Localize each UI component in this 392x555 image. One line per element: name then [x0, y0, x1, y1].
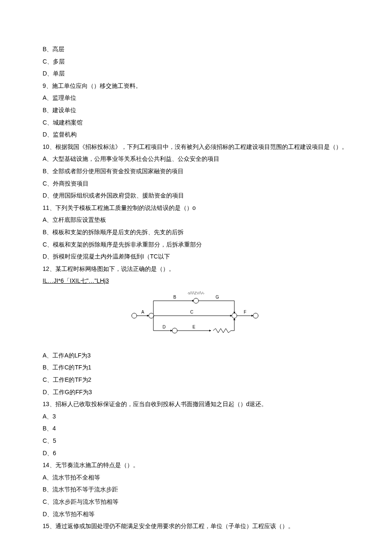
network-diagram: ·s/\/\ZV/\A· B G A C F: [128, 290, 264, 341]
document-page: B、高层C、多层D、单层9、施工单位应向（）移交施工资料。A、监理单位B、建设单…: [0, 0, 392, 550]
text-line: B、工作C的TF为1: [43, 362, 349, 373]
text-line: 12、某工程时标网络图如下，说法正确的是（）。: [43, 263, 349, 275]
text-line: D、6: [43, 447, 349, 459]
text-line: C、模板和支架的拆除顺序是先拆非承重部分，后拆承重部分: [43, 239, 349, 250]
text-line: C、5: [43, 435, 349, 447]
text-line: B、全部或者部分使用国有资金投资或国家融资的项目: [43, 166, 349, 177]
text-line: 14、无节奏流水施工的特点是（）。: [43, 459, 349, 471]
svg-point-11: [253, 313, 258, 318]
text-line: 13、招标人已收取投标保证金的，应当自收到投标人书面撤回通知之日起（）d退还。: [43, 398, 349, 410]
text-line: D、单层: [43, 68, 349, 79]
svg-point-5: [132, 313, 137, 318]
svg-point-7: [149, 313, 154, 318]
label-a: A: [141, 310, 144, 314]
text-line: B、4: [43, 423, 349, 434]
label-g: G: [216, 295, 219, 299]
text-line: 15、通过返修或加固处理仍不能满足安全使用要求的分部工程，单位（子单位）工程应该…: [43, 520, 349, 532]
text-line: D、监督机构: [43, 129, 349, 140]
text-line: 9、施工单位应向（）移交施工资料。: [43, 80, 349, 92]
text-line: A、大型基础设施，公用事业等关系社会公共利益、公众安全的项目: [43, 153, 349, 165]
text-line: B、流水节拍不等于流水步距: [43, 484, 349, 495]
text-line: D、拆模时应使混凝土内外温差降低到I（TC以下: [43, 251, 349, 262]
text-line: B、高层: [43, 44, 349, 55]
text-line: B、建设单位: [43, 105, 349, 116]
label-d: D: [162, 325, 165, 329]
text-line: A、流水节拍不全相等: [43, 472, 349, 483]
text-line: C、城建档案馆: [43, 117, 349, 128]
text-line: C、工作E的TF为2: [43, 374, 349, 386]
diagram-caption: ·s/\/\ZV/\A·: [187, 291, 205, 295]
text-line: 11、下列关于模板工程施工质量控制的说法错误的是（）o: [43, 202, 349, 214]
label-f: F: [244, 310, 246, 314]
text-line: A、工作A的LF为3: [43, 350, 349, 361]
label-e: E: [193, 325, 196, 329]
underline-text: IL…JI*6「IXIL七"…"LHj3: [43, 275, 349, 287]
text-line: D、使用国际组织或者外国政府贷款、援助资金的项目: [43, 190, 349, 201]
text-block-1: B、高层C、多层D、单层9、施工单位应向（）移交施工资料。A、监理单位B、建设单…: [43, 44, 349, 274]
text-block-2: A、工作A的LF为3B、工作C的TF为1C、工作E的TF为2D、工作G的FF为3…: [43, 350, 349, 532]
label-c: C: [190, 310, 193, 314]
text-line: B、模板和支架的拆除顺序是后支的先拆、先支的后拆: [43, 227, 349, 238]
label-b: B: [173, 295, 176, 299]
text-line: D、流水节拍不相等: [43, 509, 349, 520]
text-line: 10、根据我国《招标投标法》，下列工程项目中，没有被列入必须招标的工程建设项目范…: [43, 141, 349, 153]
text-line: C、流水步距与流水节拍相等: [43, 496, 349, 508]
text-line: C、外商投资项目: [43, 178, 349, 189]
svg-point-2: [193, 298, 199, 303]
text-line: A、立杆底部应设置垫板: [43, 214, 349, 226]
svg-point-14: [172, 328, 177, 333]
text-line: A、3: [43, 411, 349, 422]
text-line: C、多层: [43, 56, 349, 67]
text-line: A、监理单位: [43, 92, 349, 104]
text-line: D、工作G的FF为3: [43, 386, 349, 398]
svg-point-9: [232, 313, 237, 318]
